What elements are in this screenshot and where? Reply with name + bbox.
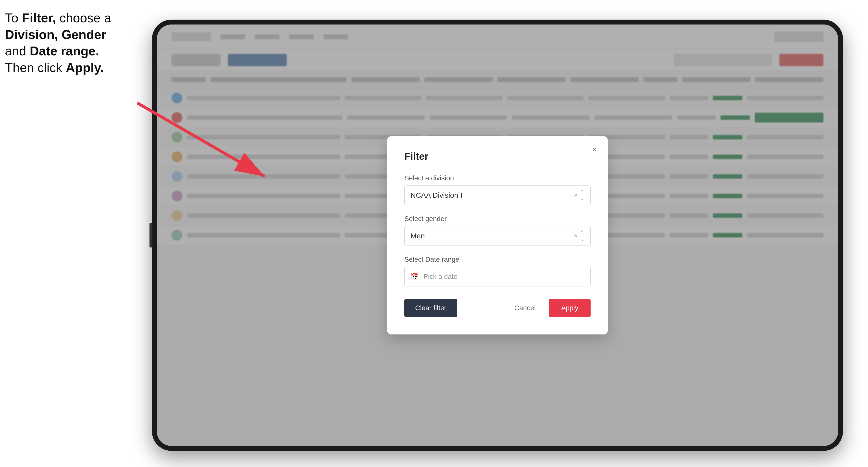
modal-title: Filter [404, 151, 591, 162]
date-input[interactable]: 📅 Pick a date [404, 267, 591, 286]
cancel-button[interactable]: Cancel [507, 299, 543, 317]
instruction-text: To Filter, choose a Division, Gender and… [5, 10, 140, 76]
division-gender-bold: Division, Gender [5, 27, 106, 42]
division-select[interactable]: NCAA Division I × ⌃⌄ [404, 185, 591, 205]
date-label: Select Date range [404, 255, 591, 263]
tablet-device: × Filter Select a division NCAA Division… [152, 20, 843, 451]
date-placeholder: Pick a date [424, 273, 458, 281]
close-icon: × [592, 145, 597, 154]
gender-select[interactable]: Men × ⌃⌄ [404, 226, 591, 246]
modal-footer: Clear filter Cancel Apply [404, 299, 591, 317]
date-form-group: Select Date range 📅 Pick a date [404, 255, 591, 286]
date-range-bold: Date range. [30, 44, 99, 58]
modal-overlay: × Filter Select a division NCAA Division… [157, 25, 838, 446]
apply-bold: Apply. [66, 61, 104, 75]
division-value: NCAA Division I [410, 191, 574, 199]
calendar-icon: 📅 [410, 273, 419, 281]
tablet-side-button [150, 223, 152, 247]
footer-right: Cancel Apply [507, 299, 591, 317]
gender-clear-icon[interactable]: × [574, 232, 578, 240]
select-icons: × ⌃⌄ [574, 189, 585, 201]
then-click-text: Then click Apply. [5, 61, 104, 75]
filter-modal: × Filter Select a division NCAA Division… [387, 136, 608, 335]
tablet-screen: × Filter Select a division NCAA Division… [157, 25, 838, 446]
filter-bold: Filter, [22, 11, 56, 25]
gender-value: Men [410, 232, 574, 240]
division-clear-icon[interactable]: × [574, 191, 578, 199]
division-chevron-icon: ⌃⌄ [580, 189, 585, 201]
gender-label: Select gender [404, 215, 591, 223]
gender-chevron-icon: ⌃⌄ [580, 229, 585, 242]
division-label: Select a division [404, 174, 591, 182]
gender-form-group: Select gender Men × ⌃⌄ [404, 215, 591, 246]
modal-close-button[interactable]: × [589, 144, 600, 155]
gender-select-icons: × ⌃⌄ [574, 229, 585, 242]
division-form-group: Select a division NCAA Division I × ⌃⌄ [404, 174, 591, 205]
instruction-line1: To Filter, choose a [5, 11, 111, 25]
and-text: and Date range. [5, 44, 99, 58]
clear-filter-button[interactable]: Clear filter [404, 299, 457, 317]
apply-button[interactable]: Apply [549, 299, 591, 317]
